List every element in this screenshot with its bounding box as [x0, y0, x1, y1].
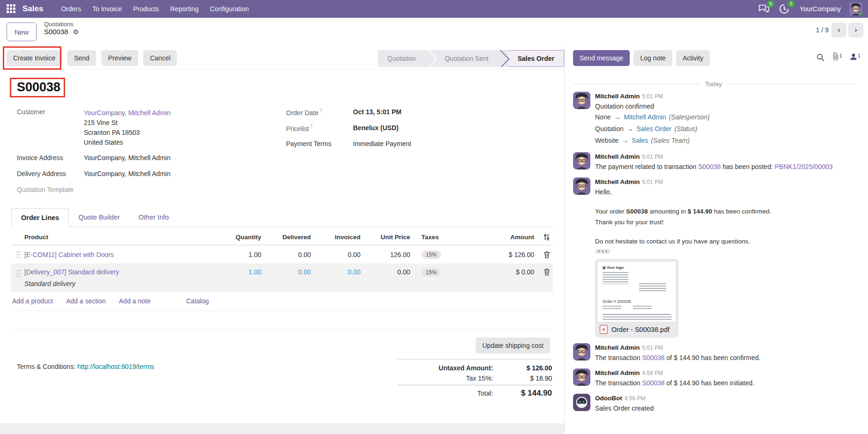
avatar[interactable]: [573, 343, 590, 360]
payment-terms-value[interactable]: Immediate Payment: [353, 140, 412, 149]
product-link[interactable]: [E-COM11] Cabinet with Doors: [24, 251, 114, 258]
record-link[interactable]: PBNK1/2025/00003: [775, 163, 833, 170]
tab-order-lines[interactable]: Order Lines: [11, 208, 69, 227]
menu-orders[interactable]: Orders: [61, 5, 81, 13]
status-quotation[interactable]: Quotation: [378, 50, 425, 67]
cell-delivered[interactable]: 0.00: [261, 268, 311, 276]
order-date-value[interactable]: Oct 13, 5:01 PM: [353, 108, 402, 118]
cell-delivered[interactable]: 0.00: [261, 251, 311, 258]
create-invoice-button[interactable]: Create Invoice: [7, 50, 62, 66]
activity-button[interactable]: Activity: [676, 50, 710, 66]
quotation-template-label[interactable]: Quotation Template: [17, 186, 74, 195]
add-product-link[interactable]: Add a product: [12, 297, 53, 305]
tracking-new-value[interactable]: Sales: [632, 137, 648, 144]
menu-reporting[interactable]: Reporting: [170, 5, 199, 13]
activities-icon[interactable]: 5: [779, 4, 791, 14]
chatter-message: OdooBot4:56 PM Sales Order created: [573, 394, 861, 413]
optional-columns-icon[interactable]: [543, 234, 550, 241]
header-invoiced[interactable]: Invoiced: [311, 234, 360, 241]
tracking-new-value[interactable]: Mitchell Admin: [624, 113, 666, 121]
cell-invoiced[interactable]: 0.00: [311, 268, 360, 276]
message-author[interactable]: Mitchell Admin: [595, 369, 640, 376]
delete-row-icon[interactable]: [544, 268, 550, 276]
message-author[interactable]: Mitchell Admin: [595, 178, 640, 185]
delete-row-icon[interactable]: [544, 251, 550, 258]
messages-icon[interactable]: 9: [758, 4, 771, 14]
send-button[interactable]: Send: [67, 50, 96, 66]
update-shipping-button[interactable]: Update shipping cost: [476, 338, 550, 353]
add-section-link[interactable]: Add a section: [66, 297, 106, 305]
send-message-button[interactable]: Send message: [573, 50, 630, 66]
message-author[interactable]: Mitchell Admin: [595, 153, 640, 160]
status-sales-order[interactable]: Sales Order: [508, 50, 564, 67]
table-row[interactable]: [E-COM11] Cabinet with Doors 1.00 0.00 0…: [11, 245, 553, 264]
pager-prev-button[interactable]: ‹: [831, 22, 846, 37]
avatar[interactable]: [573, 177, 590, 195]
add-note-link[interactable]: Add a note: [119, 297, 151, 305]
header-unit-price[interactable]: Unit Price: [360, 234, 410, 241]
user-avatar[interactable]: [849, 2, 862, 15]
attachment-card[interactable]: Your logo Order # S00038 A Order - S0003…: [595, 259, 678, 338]
record-link[interactable]: S00038: [642, 354, 664, 361]
drag-handle-icon[interactable]: [16, 270, 21, 277]
pricelist-value[interactable]: Benelux (USD): [353, 124, 398, 133]
menu-to-invoice[interactable]: To Invoice: [92, 5, 122, 13]
company-switcher[interactable]: YourCompany: [800, 5, 841, 13]
avatar[interactable]: [573, 368, 590, 386]
pager-next-button[interactable]: ›: [848, 22, 863, 37]
arrow-icon: →: [627, 125, 633, 132]
drag-handle-icon[interactable]: [16, 251, 21, 258]
menu-configuration[interactable]: Configuration: [210, 5, 249, 13]
message-author[interactable]: Mitchell Admin: [595, 344, 640, 351]
tax-badge[interactable]: 15%: [421, 268, 441, 277]
message-author[interactable]: Mitchell Admin: [595, 93, 640, 100]
attachment-filename[interactable]: Order - S00038.pdf: [611, 326, 669, 333]
product-link[interactable]: [Delivery_007] Standard delivery: [24, 268, 119, 276]
app-name[interactable]: Sales: [22, 4, 43, 14]
header-delivered[interactable]: Delivered: [261, 234, 311, 241]
search-messages-icon[interactable]: [817, 53, 824, 61]
attachments-icon[interactable]: 1: [832, 52, 842, 62]
tab-quote-builder[interactable]: Quote Builder: [69, 208, 129, 227]
table-header-row: Product Quantity Delivered Invoiced Unit…: [11, 229, 553, 245]
log-note-button[interactable]: Log note: [633, 50, 672, 66]
avatar[interactable]: [573, 394, 590, 411]
apps-grid-icon[interactable]: [7, 4, 16, 14]
cell-quantity[interactable]: 1.00: [212, 268, 261, 276]
menu-products[interactable]: Products: [133, 5, 159, 13]
header-taxes[interactable]: Taxes: [410, 234, 481, 241]
avatar[interactable]: [573, 152, 590, 169]
terms-and-conditions: Terms & Conditions: http://localhost:801…: [17, 363, 154, 370]
message-text: Thank you for your trust!: [595, 217, 861, 227]
tab-other-info[interactable]: Other Info: [129, 208, 178, 227]
message-author[interactable]: OdooBot: [595, 395, 622, 402]
header-quantity[interactable]: Quantity: [212, 234, 261, 241]
cell-unit-price[interactable]: 0.00: [360, 268, 410, 276]
record-link[interactable]: S00038: [642, 379, 664, 387]
invoice-address-value[interactable]: YourCompany, Mitchell Admin: [84, 154, 170, 163]
followers-icon[interactable]: 1: [850, 53, 861, 62]
delivery-address-value[interactable]: YourCompany, Mitchell Admin: [84, 170, 170, 179]
customer-link[interactable]: YourCompany, Mitchell Admin: [84, 109, 170, 117]
cell-invoiced[interactable]: 0.00: [311, 251, 360, 258]
cell-unit-price[interactable]: 126.00: [360, 251, 410, 258]
expand-message-button[interactable]: • • •: [595, 249, 611, 254]
status-quotation-sent[interactable]: Quotation Sent: [435, 50, 498, 67]
cell-quantity[interactable]: 1.00: [212, 251, 261, 258]
record-link[interactable]: S00038: [698, 163, 721, 170]
gear-icon[interactable]: ⚙: [73, 28, 79, 36]
catalog-link[interactable]: Catalog: [186, 297, 209, 305]
cancel-button[interactable]: Cancel: [143, 50, 177, 66]
table-row[interactable]: [Delivery_007] Standard delivery Standar…: [11, 264, 553, 292]
tax-badge[interactable]: 15%: [421, 250, 441, 259]
new-button[interactable]: New: [7, 22, 37, 41]
preview-button[interactable]: Preview: [102, 50, 138, 66]
tracking-row: Website→Sales(Sales Team): [595, 135, 861, 147]
header-amount[interactable]: Amount: [481, 234, 534, 241]
terms-link[interactable]: http://localhost:8019/terms: [77, 363, 154, 370]
header-product[interactable]: Product: [24, 234, 212, 241]
message-text: Your order S00038 amounting in $ 144.90 …: [595, 206, 861, 216]
tracking-new-value[interactable]: Sales Order: [637, 125, 672, 132]
breadcrumb-parent[interactable]: Quotations: [44, 21, 79, 28]
avatar[interactable]: [573, 92, 590, 109]
